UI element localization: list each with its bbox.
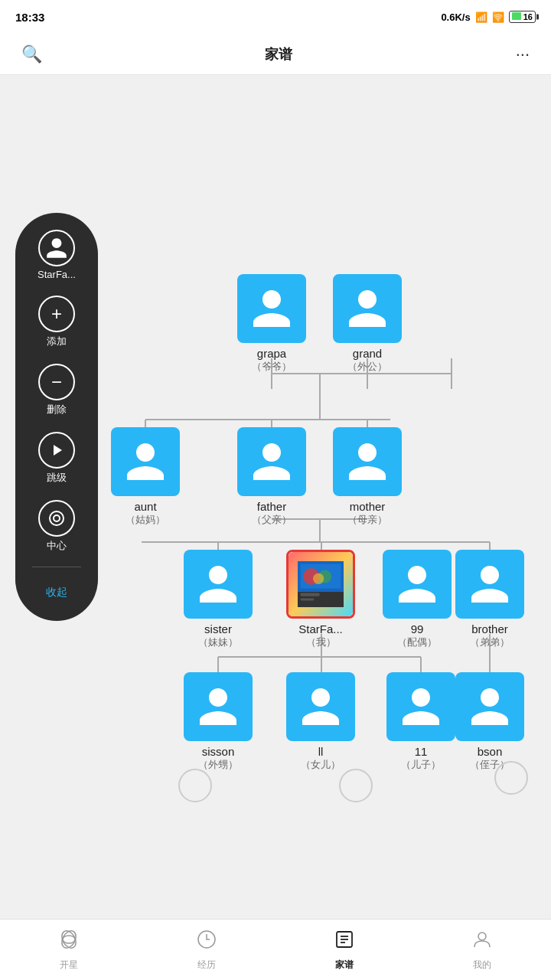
- bottom-circle-left: [178, 769, 212, 802]
- delete-icon-circle: −: [38, 364, 75, 400]
- network-speed: 0.6K/s: [441, 11, 470, 23]
- delete-icon: −: [51, 371, 62, 393]
- more-button[interactable]: ···: [513, 41, 533, 67]
- nav-label-kaixin: 开星: [60, 959, 78, 972]
- sidebar-skip-label: 跳级: [47, 471, 67, 485]
- node-ll[interactable]: ll （女儿）: [286, 672, 355, 772]
- center-icon-circle: [38, 500, 75, 537]
- name-sisson: sisson: [202, 745, 235, 758]
- time: 18:33: [15, 11, 44, 24]
- role-starfa: （我）: [306, 635, 336, 649]
- nav-label-wode: 我的: [473, 959, 491, 972]
- bottom-circle-right: [494, 761, 528, 795]
- profile-photo: [289, 552, 353, 616]
- role-father: （父亲）: [252, 513, 292, 527]
- avatar-brother: [455, 550, 524, 619]
- sidebar-divider: [32, 567, 82, 567]
- sidebar-item-profile[interactable]: StarFa...: [15, 225, 98, 285]
- name-father: father: [257, 500, 286, 513]
- wifi-icon: 🛜: [492, 11, 504, 23]
- name-sister: sister: [204, 622, 232, 635]
- avatar-sister: [184, 550, 253, 619]
- avatar-11: [386, 672, 455, 741]
- name-bson: bson: [478, 745, 503, 758]
- jiapu-icon: [334, 929, 355, 956]
- avatar-bson: [455, 672, 524, 741]
- nav-label-jiapu: 家谱: [335, 959, 354, 972]
- nav-item-kaixin[interactable]: 开星: [58, 929, 80, 972]
- svg-point-35: [63, 936, 75, 943]
- name-mother: mother: [350, 500, 386, 513]
- name-99: 99: [411, 622, 424, 635]
- sidebar-item-center[interactable]: 中心: [15, 495, 98, 557]
- battery-level: 16: [523, 12, 533, 21]
- sidebar: StarFa... + 添加 − 删除 跳级 中心: [15, 213, 98, 621]
- node-mother[interactable]: mother （母亲）: [333, 427, 402, 527]
- node-father[interactable]: father （父亲）: [237, 427, 306, 527]
- svg-point-34: [50, 511, 64, 525]
- role-99: （配偶）: [397, 635, 437, 649]
- name-grapa: grapa: [257, 347, 286, 360]
- nav-item-jingli[interactable]: 经历: [196, 929, 217, 972]
- search-button[interactable]: 🔍: [18, 41, 45, 67]
- sidebar-item-skip[interactable]: 跳级: [15, 427, 98, 489]
- node-brother[interactable]: brother （弟弟）: [455, 550, 524, 649]
- bottom-nav: 开星 经历 家谱 我的: [0, 919, 551, 980]
- svg-point-33: [54, 515, 60, 521]
- avatar-starfa: [286, 550, 355, 619]
- bottom-circle-middle: [339, 769, 373, 802]
- name-11: 11: [415, 745, 428, 758]
- name-aunt: aunt: [134, 500, 156, 513]
- nav-item-wode[interactable]: 我的: [471, 929, 493, 972]
- status-right: 0.6K/s 📶 🛜 16: [441, 11, 536, 23]
- node-grapa[interactable]: grapa （爷爷）: [237, 274, 306, 374]
- svg-rect-32: [301, 599, 315, 601]
- avatar-aunt: [111, 427, 180, 496]
- name-starfa: StarFa...: [298, 622, 343, 635]
- bottom-circles: [0, 769, 551, 802]
- node-grand[interactable]: grand （外公）: [333, 274, 402, 374]
- add-icon: +: [51, 303, 62, 325]
- node-sister[interactable]: sister （妹妹）: [184, 550, 253, 649]
- name-grand: grand: [353, 347, 382, 360]
- top-nav: 🔍 家谱 ···: [0, 34, 551, 75]
- avatar-grapa: [237, 274, 306, 343]
- avatar-sisson: [184, 672, 253, 741]
- node-starfa[interactable]: StarFa... （我）: [286, 550, 355, 649]
- role-aunt: （姑妈）: [126, 513, 165, 527]
- sidebar-collapse-label: 收起: [46, 581, 67, 604]
- avatar-99: [383, 550, 452, 619]
- kaixin-icon: [58, 929, 80, 956]
- sidebar-center-label: 中心: [47, 539, 67, 553]
- main-content: grapa （爷爷） grand （外公） aunt （姑妈） father （…: [0, 75, 551, 879]
- battery: 16: [509, 11, 536, 23]
- role-grapa: （爷爷）: [252, 360, 292, 374]
- svg-point-37: [59, 929, 79, 950]
- sidebar-avatar: [38, 230, 75, 266]
- sidebar-item-add[interactable]: + 添加: [15, 291, 98, 353]
- role-grand: （外公）: [347, 360, 387, 374]
- node-sisson[interactable]: sisson （外甥）: [184, 672, 253, 772]
- role-sister: （妹妹）: [198, 635, 238, 649]
- signal-icon: 📶: [475, 11, 487, 23]
- skip-icon-circle: [38, 432, 75, 469]
- node-11[interactable]: 11 （儿子）: [386, 672, 455, 772]
- status-bar: 18:33 0.6K/s 📶 🛜 16: [0, 0, 551, 34]
- sidebar-user-label: StarFa...: [37, 269, 76, 280]
- role-brother: （弟弟）: [470, 635, 510, 649]
- nav-label-jingli: 经历: [197, 959, 216, 972]
- svg-rect-31: [301, 593, 320, 596]
- name-brother: brother: [471, 622, 508, 635]
- sidebar-item-collapse[interactable]: 收起: [15, 577, 98, 609]
- sidebar-item-delete[interactable]: − 删除: [15, 359, 98, 421]
- role-mother: （母亲）: [347, 513, 387, 527]
- node-99[interactable]: 99 （配偶）: [383, 550, 452, 649]
- name-ll: ll: [318, 745, 324, 758]
- node-aunt[interactable]: aunt （姑妈）: [111, 427, 180, 527]
- node-bson[interactable]: bson （侄子）: [455, 672, 524, 772]
- sidebar-add-label: 添加: [47, 335, 67, 348]
- page-title: 家谱: [265, 45, 292, 64]
- avatar-father: [237, 427, 306, 496]
- nav-item-jiapu[interactable]: 家谱: [334, 929, 355, 972]
- avatar-ll: [286, 672, 355, 741]
